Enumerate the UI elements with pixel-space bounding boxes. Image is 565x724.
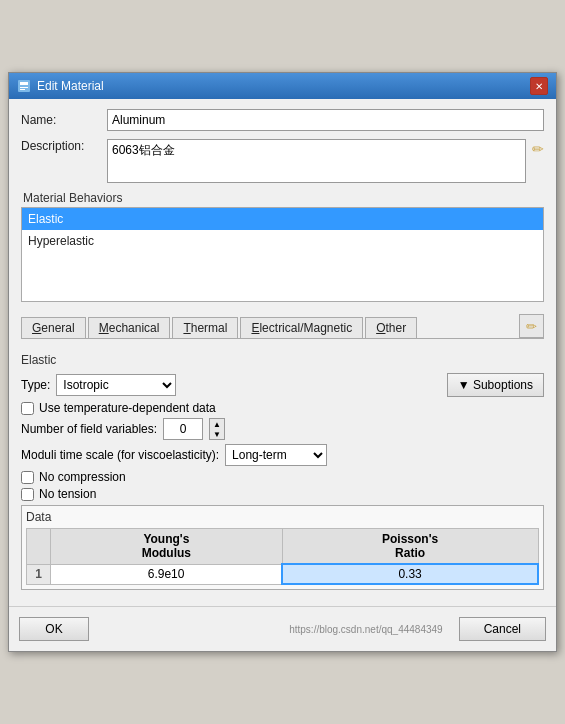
description-edit-icon[interactable]: ✏ — [532, 141, 544, 157]
description-row: Description: ✏ — [21, 139, 544, 183]
col-header-num — [27, 529, 51, 565]
data-table: Young'sModulus Poisson'sRatio 1 6.9e10 0… — [26, 528, 539, 585]
svg-rect-0 — [18, 80, 30, 92]
description-input[interactable] — [107, 139, 526, 183]
tab-mechanical[interactable]: Mechanical — [88, 317, 171, 338]
field-vars-input[interactable] — [163, 418, 203, 440]
behaviors-section: Material Behaviors Elastic Hyperelastic — [21, 191, 544, 302]
no-compression-checkbox[interactable] — [21, 471, 34, 484]
data-section: Data Young'sModulus Poisson'sRatio 1 6.9… — [21, 505, 544, 590]
row-num-1: 1 — [27, 564, 51, 584]
elastic-section: Elastic Type: Isotropic Orthotropic Anis… — [21, 347, 544, 596]
type-row: Type: Isotropic Orthotropic Anisotropic … — [21, 373, 544, 397]
edit-material-window: Edit Material ✕ Name: Description: ✏ Mat… — [8, 72, 557, 652]
tab-electrical-magnetic[interactable]: Electrical/Magnetic — [240, 317, 363, 338]
suboptions-button[interactable]: ▼ Suboptions — [447, 373, 544, 397]
tab-container: General Mechanical Thermal Electrical/Ma… — [21, 310, 544, 339]
no-tension-checkbox[interactable] — [21, 488, 34, 501]
cell-poisson-1[interactable]: 0.33 — [282, 564, 538, 584]
tab-thermal[interactable]: Thermal — [172, 317, 238, 338]
tab-other[interactable]: Other — [365, 317, 417, 338]
table-row: 1 6.9e10 0.33 — [27, 564, 539, 584]
moduli-label: Moduli time scale (for viscoelasticity): — [21, 448, 219, 462]
behaviors-label: Material Behaviors — [21, 191, 544, 205]
field-vars-label: Number of field variables: — [21, 422, 157, 436]
type-select[interactable]: Isotropic Orthotropic Anisotropic — [56, 374, 176, 396]
cancel-button[interactable]: Cancel — [459, 617, 546, 641]
behavior-hyperelastic[interactable]: Hyperelastic — [22, 230, 543, 252]
no-compression-label: No compression — [39, 470, 126, 484]
tab-bar: General Mechanical Thermal Electrical/Ma… — [21, 314, 544, 339]
footer: OK https://blog.csdn.net/qq_44484349 Can… — [9, 606, 556, 651]
window-title: Edit Material — [37, 79, 104, 93]
field-vars-spinner: ▲ ▼ — [209, 418, 225, 440]
temp-checkbox-label: Use temperature-dependent data — [39, 401, 216, 415]
name-row: Name: — [21, 109, 544, 131]
close-button[interactable]: ✕ — [530, 77, 548, 95]
type-label: Type: — [21, 378, 50, 392]
svg-rect-3 — [20, 89, 25, 90]
cell-youngs-1[interactable]: 6.9e10 — [51, 564, 283, 584]
ok-button[interactable]: OK — [19, 617, 89, 641]
data-section-title: Data — [26, 510, 539, 524]
behaviors-list: Elastic Hyperelastic — [21, 207, 544, 302]
tab-edit-button[interactable]: ✏ — [519, 314, 544, 338]
temp-checkbox-row: Use temperature-dependent data — [21, 401, 544, 415]
no-tension-row: No tension — [21, 487, 544, 501]
elastic-title: Elastic — [21, 353, 544, 367]
behavior-elastic[interactable]: Elastic — [22, 208, 543, 230]
tab-general[interactable]: General — [21, 317, 86, 338]
spinner-down-button[interactable]: ▼ — [210, 429, 224, 439]
footer-url: https://blog.csdn.net/qq_44484349 — [289, 624, 446, 635]
moduli-select[interactable]: Long-term Instantaneous — [225, 444, 327, 466]
title-bar-left: Edit Material — [17, 79, 104, 93]
svg-rect-2 — [20, 87, 28, 88]
col-header-poisson: Poisson'sRatio — [282, 529, 538, 565]
spinner-up-button[interactable]: ▲ — [210, 419, 224, 429]
field-vars-row: Number of field variables: ▲ ▼ — [21, 418, 544, 440]
no-tension-label: No tension — [39, 487, 96, 501]
no-compression-row: No compression — [21, 470, 544, 484]
moduli-row: Moduli time scale (for viscoelasticity):… — [21, 444, 544, 466]
title-bar: Edit Material ✕ — [9, 73, 556, 99]
window-icon — [17, 79, 31, 93]
name-label: Name: — [21, 113, 101, 127]
col-header-youngs: Young'sModulus — [51, 529, 283, 565]
name-input[interactable] — [107, 109, 544, 131]
description-label: Description: — [21, 139, 101, 153]
temp-checkbox[interactable] — [21, 402, 34, 415]
content-area: Name: Description: ✏ Material Behaviors … — [9, 99, 556, 606]
svg-rect-1 — [20, 82, 28, 85]
